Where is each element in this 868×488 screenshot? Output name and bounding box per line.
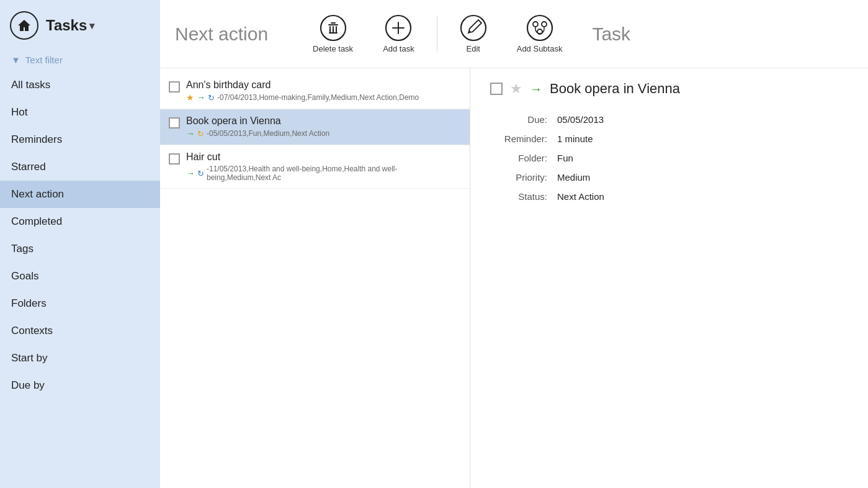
sidebar-item-next-action[interactable]: Next action <box>0 181 160 208</box>
sidebar-nav: All tasksHotRemindersStarredNext actionC… <box>0 71 160 488</box>
sidebar-item-starred[interactable]: Starred <box>0 153 160 181</box>
detail-checkbox[interactable] <box>490 83 503 95</box>
task-item-2[interactable]: Book opera in Vienna→↻-05/05/2013,Fun,Me… <box>160 109 470 145</box>
sidebar-item-due-by[interactable]: Due by <box>0 372 160 399</box>
add-subtask-button[interactable]: Add Subtask <box>502 11 578 57</box>
detail-star-icon[interactable]: ★ <box>510 81 522 97</box>
svg-point-10 <box>461 16 486 40</box>
task-meta-1: ★→↻-07/04/2013,Home-making,Family,Medium… <box>186 93 461 102</box>
reminder-label: Reminder: <box>490 133 552 144</box>
folder-value: Fun <box>557 153 848 163</box>
task-meta-3: →↻-11/05/2013,Health and well-being,Home… <box>186 165 461 182</box>
detail-header: ★ → Book opera in Vienna <box>490 81 848 97</box>
task-checkbox-1[interactable] <box>169 81 180 93</box>
sidebar: Tasks ▾ ▼ Text filter All tasksHotRemind… <box>0 0 160 488</box>
due-value: 05/05/2013 <box>557 114 848 125</box>
toolbar-actions: Delete task Add task Edit <box>298 11 853 57</box>
sidebar-item-goals[interactable]: Goals <box>0 263 160 290</box>
priority-label: Priority: <box>490 172 552 183</box>
task-info-2: Book opera in Vienna→↻-05/05/2013,Fun,Me… <box>186 115 461 138</box>
toolbar: Next action Delete task <box>160 0 868 68</box>
refresh-icon: ↻ <box>197 169 204 178</box>
sidebar-item-hot[interactable]: Hot <box>0 99 160 126</box>
sidebar-item-tags[interactable]: Tags <box>0 235 160 263</box>
task-checkbox-3[interactable] <box>169 153 180 165</box>
task-info-3: Hair cut→↻-11/05/2013,Health and well-be… <box>186 151 461 182</box>
task-meta-text-2: -05/05/2013,Fun,Medium,Next Action <box>207 129 329 138</box>
task-name-2: Book opera in Vienna <box>186 115 461 127</box>
add-task-button[interactable]: Add task <box>368 11 429 57</box>
status-label: Status: <box>490 191 552 202</box>
task-list-area: Ann's birthday card★→↻-07/04/2013,Home-m… <box>160 68 868 488</box>
sidebar-item-start-by[interactable]: Start by <box>0 345 160 372</box>
next-action-icon: → <box>197 93 205 102</box>
detail-fields: Due: 05/05/2013 Reminder: 1 minute Folde… <box>490 114 848 202</box>
svg-point-11 <box>527 16 552 40</box>
edit-button[interactable]: Edit <box>445 11 502 57</box>
task-meta-2: →↻-05/05/2013,Fun,Medium,Next Action <box>186 129 461 138</box>
filter-icon: ▼ <box>11 55 20 65</box>
sidebar-item-contexts[interactable]: Contexts <box>0 317 160 345</box>
reminder-value: 1 minute <box>557 133 848 144</box>
list-view-title: Next action <box>175 24 268 45</box>
text-filter[interactable]: ▼ Text filter <box>0 51 160 71</box>
next-action-icon: → <box>186 168 195 178</box>
task-list: Ann's birthday card★→↻-07/04/2013,Home-m… <box>160 68 470 488</box>
task-name-3: Hair cut <box>186 151 461 163</box>
priority-value: Medium <box>557 172 848 183</box>
task-panel-label: Task <box>592 24 630 45</box>
task-meta-text-1: -07/04/2013,Home-making,Family,Medium,Ne… <box>217 93 419 102</box>
svg-rect-1 <box>328 24 338 25</box>
svg-rect-2 <box>331 22 336 24</box>
detail-title: Book opera in Vienna <box>550 81 680 97</box>
sidebar-item-completed[interactable]: Completed <box>0 208 160 235</box>
main-content: Next action Delete task <box>160 0 868 488</box>
detail-arrow-icon: → <box>530 82 542 96</box>
svg-rect-9 <box>392 27 405 29</box>
home-icon[interactable] <box>10 11 38 40</box>
svg-rect-4 <box>333 26 334 33</box>
delete-task-button[interactable]: Delete task <box>298 11 368 57</box>
task-info-1: Ann's birthday card★→↻-07/04/2013,Home-m… <box>186 79 461 102</box>
star-icon: ★ <box>186 93 194 102</box>
task-checkbox-2[interactable] <box>169 117 180 129</box>
task-item-1[interactable]: Ann's birthday card★→↻-07/04/2013,Home-m… <box>160 73 470 109</box>
svg-rect-3 <box>329 26 331 33</box>
refresh-orange-icon: ↻ <box>197 129 204 138</box>
folder-label: Folder: <box>490 153 552 163</box>
task-name-1: Ann's birthday card <box>186 79 461 91</box>
refresh-icon: ↻ <box>208 93 215 102</box>
sidebar-item-all-tasks[interactable]: All tasks <box>0 71 160 99</box>
chevron-down-icon: ▾ <box>89 20 94 32</box>
svg-point-13 <box>542 22 547 27</box>
sidebar-item-folders[interactable]: Folders <box>0 290 160 317</box>
next-action-icon: → <box>186 129 195 138</box>
sidebar-item-reminders[interactable]: Reminders <box>0 126 160 153</box>
task-item-3[interactable]: Hair cut→↻-11/05/2013,Health and well-be… <box>160 145 470 189</box>
sidebar-header: Tasks ▾ <box>0 0 160 51</box>
task-detail: ★ → Book opera in Vienna Due: 05/05/2013… <box>470 68 868 488</box>
svg-rect-5 <box>336 26 337 33</box>
svg-rect-6 <box>329 32 338 34</box>
app-title[interactable]: Tasks ▾ <box>46 17 94 34</box>
due-label: Due: <box>490 114 552 125</box>
task-meta-text-3: -11/05/2013,Health and well-being,Home,H… <box>207 165 461 182</box>
toolbar-divider <box>437 16 437 53</box>
status-value: Next Action <box>557 191 848 202</box>
svg-point-12 <box>533 22 538 27</box>
